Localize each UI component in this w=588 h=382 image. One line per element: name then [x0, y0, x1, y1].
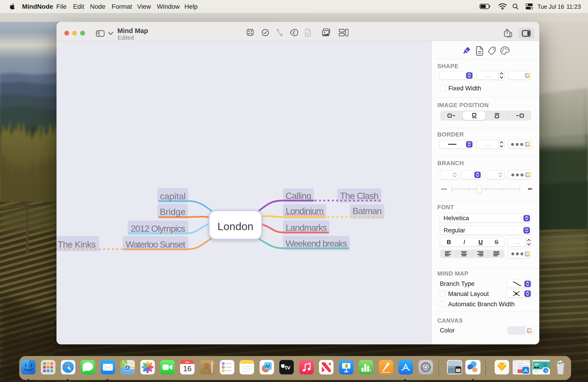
- svg-text:Bridge: Bridge: [160, 207, 186, 217]
- svg-text:Calling: Calling: [286, 191, 312, 201]
- svg-text:Landmarks: Landmarks: [286, 223, 327, 233]
- svg-text:The Clash: The Clash: [340, 191, 379, 201]
- svg-text:16: 16: [183, 364, 191, 373]
- svg-text:Londinium: Londinium: [286, 206, 324, 216]
- svg-text:Batman: Batman: [353, 206, 382, 216]
- svg-text:2012 Olympics: 2012 Olympics: [131, 224, 185, 233]
- svg-text:capital: capital: [160, 191, 186, 201]
- svg-text:The Kinks: The Kinks: [58, 240, 96, 249]
- svg-text:JUL: JUL: [185, 361, 189, 363]
- svg-text:London: London: [217, 220, 253, 232]
- svg-text:Waterloo Sunset: Waterloo Sunset: [126, 240, 185, 249]
- svg-text:tv: tv: [285, 364, 291, 371]
- svg-text:Weekend breaks: Weekend breaks: [286, 239, 347, 248]
